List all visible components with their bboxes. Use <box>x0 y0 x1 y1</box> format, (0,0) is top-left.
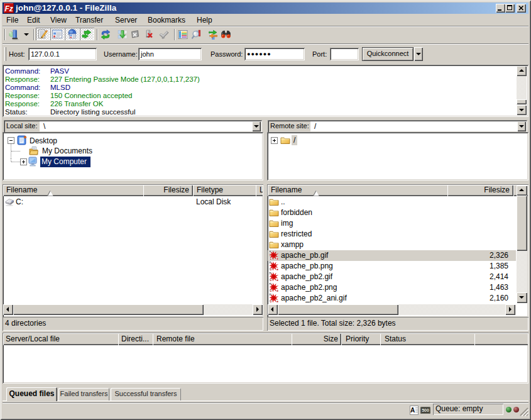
svg-text:500: 500 <box>422 408 429 412</box>
svg-text:Fz: Fz <box>5 4 13 13</box>
svg-text:A: A <box>410 407 415 414</box>
